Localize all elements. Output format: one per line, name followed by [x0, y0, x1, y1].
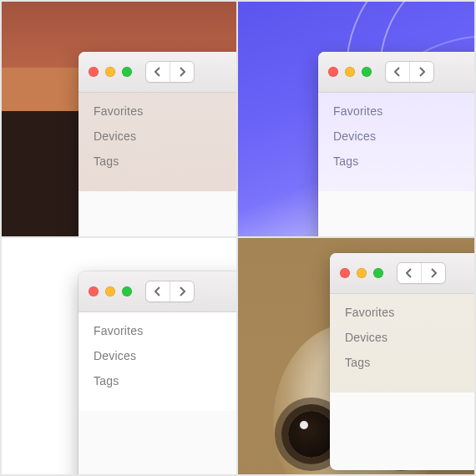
- forward-button[interactable]: [170, 281, 194, 301]
- sidebar-heading-devices[interactable]: Devices: [94, 129, 238, 143]
- minimize-button[interactable]: [357, 268, 367, 278]
- finder-window: Favorites Devices Tags: [330, 253, 474, 470]
- back-button[interactable]: [146, 281, 170, 301]
- sidebar-heading-devices[interactable]: Devices: [333, 129, 474, 143]
- sidebar-heading-tags[interactable]: Tags: [333, 154, 474, 168]
- minimize-button[interactable]: [105, 67, 115, 77]
- sidebar: Favorites Devices Tags: [318, 93, 474, 191]
- minimize-button[interactable]: [105, 286, 115, 296]
- cell-sunset: Favorites Devices Tags: [2, 2, 238, 238]
- nav-buttons: [145, 281, 195, 302]
- sidebar-heading-devices[interactable]: Devices: [94, 349, 238, 362]
- collage: Favorites Devices Tags: [0, 0, 476, 476]
- forward-button[interactable]: [170, 62, 194, 82]
- nav-buttons: [385, 61, 434, 83]
- sidebar-heading-tags[interactable]: Tags: [345, 356, 474, 369]
- traffic-lights: [328, 67, 372, 77]
- nav-buttons: [397, 262, 446, 284]
- chevron-left-icon: [394, 67, 401, 77]
- cell-meerkat: Favorites Devices Tags: [238, 238, 474, 474]
- zoom-button[interactable]: [122, 286, 132, 296]
- finder-window: Favorites Devices Tags: [78, 52, 238, 238]
- sidebar-heading-favorites[interactable]: Favorites: [94, 324, 238, 337]
- sidebar-heading-favorites[interactable]: Favorites: [345, 306, 474, 319]
- zoom-button[interactable]: [122, 67, 132, 77]
- titlebar: [78, 52, 238, 93]
- sidebar-heading-tags[interactable]: Tags: [94, 154, 238, 168]
- close-button[interactable]: [89, 286, 99, 296]
- zoom-button[interactable]: [373, 268, 383, 278]
- sidebar-heading-favorites[interactable]: Favorites: [94, 104, 238, 118]
- titlebar: [78, 271, 238, 312]
- nav-buttons: [145, 61, 195, 83]
- chevron-left-icon: [406, 268, 413, 278]
- zoom-button[interactable]: [362, 67, 372, 77]
- sidebar-heading-tags[interactable]: Tags: [94, 374, 238, 387]
- chevron-right-icon: [179, 286, 185, 296]
- grid: Favorites Devices Tags: [2, 2, 474, 474]
- titlebar: [330, 253, 474, 294]
- chevron-right-icon: [179, 67, 185, 77]
- sidebar: Favorites Devices Tags: [330, 294, 474, 392]
- chevron-left-icon: [154, 67, 161, 77]
- traffic-lights: [89, 67, 132, 77]
- cell-indigo: Favorites Devices Tags: [238, 2, 474, 238]
- back-button[interactable]: [398, 263, 422, 283]
- forward-button[interactable]: [410, 62, 433, 82]
- titlebar: [318, 52, 474, 93]
- close-button[interactable]: [328, 67, 338, 77]
- finder-window: Favorites Devices Tags: [318, 52, 474, 238]
- close-button[interactable]: [340, 268, 350, 278]
- back-button[interactable]: [146, 62, 170, 82]
- chevron-right-icon: [418, 67, 425, 77]
- sidebar-heading-devices[interactable]: Devices: [345, 331, 474, 344]
- chevron-left-icon: [154, 286, 161, 296]
- close-button[interactable]: [89, 67, 99, 77]
- cell-white: Favorites Devices Tags: [2, 238, 238, 474]
- back-button[interactable]: [386, 62, 410, 82]
- minimize-button[interactable]: [345, 67, 355, 77]
- chevron-right-icon: [430, 268, 437, 278]
- finder-window: Favorites Devices Tags: [78, 271, 238, 474]
- sidebar: Favorites Devices Tags: [78, 312, 238, 411]
- sidebar-heading-favorites[interactable]: Favorites: [333, 104, 474, 118]
- traffic-lights: [89, 286, 132, 296]
- forward-button[interactable]: [422, 263, 445, 283]
- sidebar: Favorites Devices Tags: [78, 93, 238, 191]
- traffic-lights: [340, 268, 383, 278]
